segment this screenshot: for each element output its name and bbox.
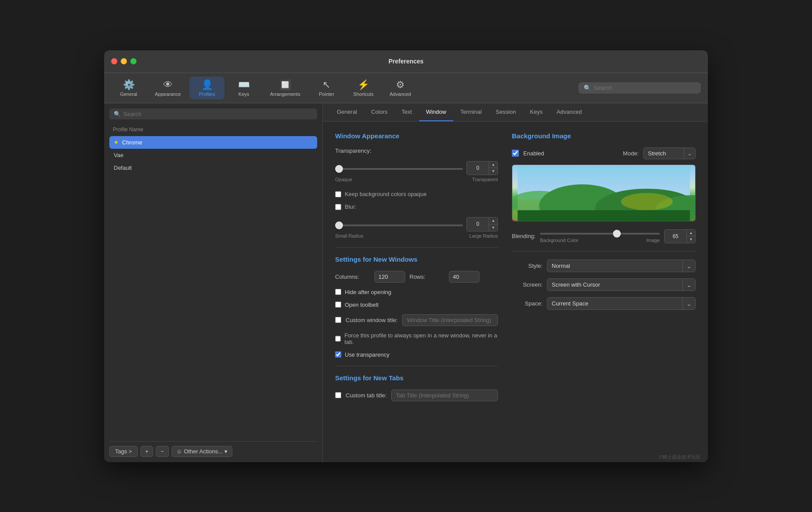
bg-image-svg [512, 165, 695, 221]
divider-1 [335, 247, 498, 248]
shortcuts-icon: ⚡ [357, 79, 369, 91]
toolbar-arrangements[interactable]: 🔲 Arrangements [263, 77, 307, 99]
mode-select-arrow[interactable]: ⌄ [684, 148, 695, 159]
other-actions-icon: ☺ [176, 448, 182, 455]
blur-slider-wrapper [335, 221, 463, 228]
toolbar-appearance[interactable]: 👁 Appearance [148, 77, 188, 99]
main-content: 🔍 Profile Name ★ Chrome Vae Default Tags [104, 103, 708, 462]
blending-slider[interactable] [540, 233, 660, 235]
toolbar-search-input[interactable] [594, 84, 696, 91]
right-column: Background Image Enabled Mode: Stretch ⌄ [512, 132, 696, 442]
tab-window[interactable]: Window [419, 103, 453, 121]
blur-arrows: ▲ ▼ [489, 217, 497, 231]
blending-arrows: ▲ ▼ [686, 230, 695, 243]
enabled-label: Enabled [523, 150, 544, 157]
blur-slider-row: ▲ ▼ [335, 217, 498, 231]
blending-up[interactable]: ▲ [687, 230, 695, 237]
remove-profile-button[interactable]: − [156, 446, 169, 457]
mode-label: Mode: [623, 150, 639, 157]
other-actions-button[interactable]: ☺ Other Actions... ▾ [172, 446, 232, 457]
transparency-slider-wrapper [335, 165, 463, 171]
sidebar-search-box: 🔍 [109, 109, 317, 119]
blur-slider-labels: Small Radius Large Radius [335, 233, 498, 238]
rows-input[interactable] [449, 271, 480, 283]
hide-after-label: Hide after opening [345, 289, 391, 295]
blur-min-label: Small Radius [335, 233, 364, 238]
style-select-arrow[interactable]: ⌄ [682, 260, 695, 272]
enabled-mode-row: Enabled Mode: Stretch ⌄ [512, 147, 696, 159]
tags-button[interactable]: Tags > [109, 446, 138, 457]
sidebar-search-input[interactable] [123, 111, 313, 117]
transparency-slider-row: ▲ ▼ [335, 161, 498, 175]
keys-icon: ⌨️ [238, 79, 250, 91]
maximize-button[interactable] [130, 58, 136, 64]
tab-general[interactable]: General [330, 103, 364, 121]
profile-item-vae[interactable]: Vae [109, 149, 317, 161]
blur-label: Blur: [345, 203, 357, 210]
tab-advanced[interactable]: Advanced [550, 103, 589, 121]
custom-tab-title-row: Custom tab title: [335, 389, 498, 401]
blur-value-input[interactable] [467, 217, 489, 231]
tab-colors[interactable]: Colors [364, 103, 395, 121]
tab-session[interactable]: Session [489, 103, 523, 121]
blur-label-row: Blur: [335, 203, 498, 210]
blur-up[interactable]: ▲ [489, 217, 497, 224]
close-button[interactable] [111, 58, 117, 64]
toolbar-advanced[interactable]: ⚙ Advanced [382, 77, 418, 99]
screen-select-group: Screen with Cursor ⌄ [547, 278, 696, 291]
force-new-window-row: Force this profile to always open in a n… [335, 332, 498, 345]
keep-bg-checkbox[interactable] [335, 191, 341, 197]
toolbar-search-box: 🔍 [578, 82, 701, 94]
sidebar-footer: Tags > + − ☺ Other Actions... ▾ [109, 441, 317, 457]
toolbar-arrangements-label: Arrangements [270, 91, 300, 97]
profile-item-chrome[interactable]: ★ Chrome [109, 136, 317, 149]
remove-icon: − [161, 448, 164, 455]
toolbar-pointer-label: Pointer [319, 91, 334, 97]
transparency-up[interactable]: ▲ [489, 161, 497, 168]
tab-text[interactable]: Text [395, 103, 419, 121]
blur-down[interactable]: ▼ [489, 224, 497, 231]
custom-tab-title-input[interactable] [391, 389, 498, 401]
force-new-window-checkbox[interactable] [335, 336, 341, 342]
toolbar-keys[interactable]: ⌨️ Keys [226, 77, 261, 99]
use-transparency-checkbox[interactable] [335, 351, 341, 358]
hide-after-checkbox[interactable] [335, 289, 341, 295]
blur-slider[interactable] [335, 224, 463, 226]
transparency-slider[interactable] [335, 168, 463, 170]
add-profile-button[interactable]: + [140, 446, 154, 457]
blending-label: Blending: [512, 233, 536, 239]
screen-select-arrow[interactable]: ⌄ [682, 279, 695, 291]
transparency-down[interactable]: ▼ [489, 168, 497, 175]
blending-down[interactable]: ▼ [687, 236, 695, 243]
new-tabs-title: Settings for New Tabs [335, 374, 498, 382]
toolbar-profiles[interactable]: 👤 Profiles [189, 77, 224, 99]
open-toolbelt-checkbox[interactable] [335, 302, 341, 308]
space-select-arrow[interactable]: ⌄ [682, 298, 695, 309]
toolbar-general[interactable]: ⚙️ General [111, 77, 146, 99]
toolbar-pointer[interactable]: ↖ Pointer [309, 77, 344, 99]
blending-value-input[interactable] [665, 230, 686, 243]
blending-min-label: Background Color [540, 238, 578, 243]
profile-item-default[interactable]: Default [109, 161, 317, 174]
style-row: Style: Normal ⌄ [512, 260, 696, 272]
minimize-button[interactable] [121, 58, 127, 64]
force-new-window-label: Force this profile to always open in a n… [344, 332, 498, 345]
blur-checkbox[interactable] [335, 204, 341, 210]
custom-window-title-checkbox[interactable] [335, 317, 341, 323]
enabled-checkbox[interactable] [512, 150, 519, 157]
toolbar-keys-label: Keys [238, 91, 249, 97]
tab-terminal[interactable]: Terminal [453, 103, 489, 121]
toolbar-shortcuts-label: Shortcuts [353, 91, 373, 97]
tab-keys[interactable]: Keys [523, 103, 550, 121]
screen-row: Screen: Screen with Cursor ⌄ [512, 278, 696, 291]
open-toolbelt-label: Open toolbelt [345, 302, 378, 308]
transparency-value-input[interactable] [467, 161, 489, 175]
style-select-value: Normal [547, 260, 682, 272]
profile-list-header: Profile Name [109, 125, 317, 136]
toolbar-shortcuts[interactable]: ⚡ Shortcuts [346, 77, 381, 99]
custom-window-title-input[interactable] [402, 314, 498, 326]
opacity-min-label: Opaque [335, 177, 352, 182]
custom-tab-title-checkbox[interactable] [335, 392, 341, 398]
left-column: Window Appearance Transparency: [335, 132, 498, 442]
columns-input[interactable] [374, 271, 405, 283]
